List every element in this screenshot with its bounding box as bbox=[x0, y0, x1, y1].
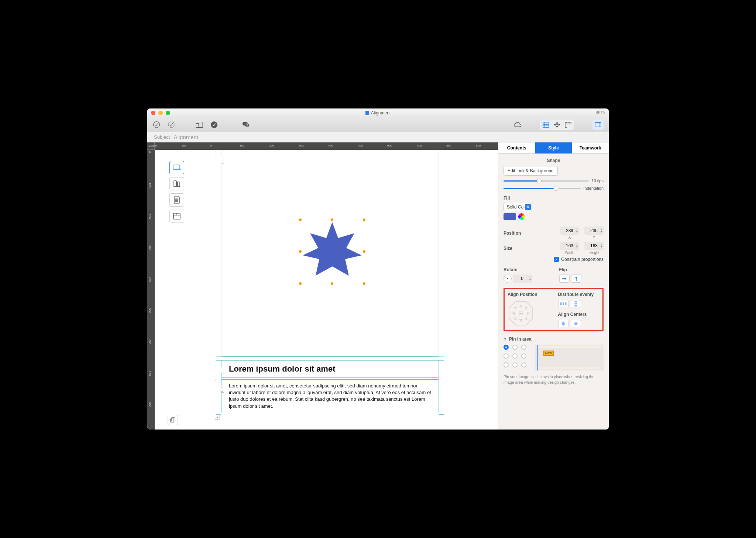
svg-rect-18 bbox=[174, 165, 180, 169]
tab-teamwork[interactable]: Teamwork bbox=[572, 142, 609, 154]
document-title-text: Alignment bbox=[371, 110, 391, 115]
pin-anchor-ne[interactable] bbox=[521, 345, 526, 350]
flip-horizontal-button[interactable] bbox=[559, 275, 570, 283]
main-split: -200 -200-100010020030040050060070080090… bbox=[147, 142, 609, 430]
color-picker-icon[interactable] bbox=[518, 213, 525, 220]
alignment-section-highlight: Align Position bbox=[504, 288, 604, 331]
ruler-panel-button[interactable] bbox=[563, 120, 573, 129]
align-position-label: Align Position bbox=[508, 292, 549, 297]
pin-anchor-n[interactable] bbox=[512, 345, 518, 350]
device-mobile-button[interactable] bbox=[169, 177, 184, 190]
subject-bar: Subject Alignment bbox=[147, 132, 609, 142]
indent-slider[interactable] bbox=[504, 188, 581, 189]
svg-rect-46 bbox=[575, 301, 577, 302]
position-x-input[interactable]: ▲▼ bbox=[560, 227, 579, 235]
subject-value[interactable]: Alignment bbox=[173, 134, 198, 140]
pin-section-toggle[interactable]: ▼ Pin in area bbox=[504, 337, 604, 342]
selection-handle[interactable] bbox=[299, 218, 302, 221]
rotate-input[interactable]: ▲▼ bbox=[513, 275, 532, 283]
tips-slider[interactable] bbox=[504, 180, 589, 182]
fill-color-swatch[interactable] bbox=[504, 213, 516, 220]
device-preview-icon[interactable] bbox=[195, 121, 203, 129]
size-h-input[interactable]: ▲▼ bbox=[584, 242, 604, 250]
dropdown-caret-icon: ⇅ bbox=[525, 204, 531, 210]
flip-vertical-button[interactable] bbox=[571, 275, 581, 283]
tab-contents[interactable]: Contents bbox=[498, 142, 535, 154]
selection-handle[interactable] bbox=[363, 218, 365, 221]
pin-anchor-se[interactable] bbox=[521, 362, 526, 368]
svg-rect-21 bbox=[174, 197, 179, 203]
selection-handle[interactable] bbox=[363, 250, 365, 253]
svg-rect-48 bbox=[575, 305, 577, 306]
close-window-icon[interactable] bbox=[151, 111, 155, 115]
svg-rect-31 bbox=[172, 418, 175, 421]
svg-point-34 bbox=[520, 313, 522, 314]
selection-handle[interactable] bbox=[363, 282, 365, 285]
send-test-icon[interactable] bbox=[167, 121, 175, 129]
ruler-horizontal[interactable]: -200-1000100200300400500600700800900 bbox=[155, 142, 498, 150]
disclosure-triangle-icon: ▼ bbox=[504, 337, 507, 341]
edit-link-bg-button[interactable]: Edit Link & Background bbox=[504, 166, 558, 176]
inspector-toggle-button[interactable] bbox=[592, 120, 604, 130]
align-panel-button[interactable] bbox=[552, 120, 562, 129]
selection-handle[interactable] bbox=[299, 282, 302, 285]
selection-handle[interactable] bbox=[331, 282, 333, 285]
device-browser-button[interactable] bbox=[169, 210, 184, 223]
ruler-vertical[interactable]: 0100200300400500600700800 bbox=[147, 150, 155, 430]
svg-rect-16 bbox=[595, 123, 601, 127]
chat-icon[interactable]: ✕ bbox=[242, 121, 250, 129]
position-y-input[interactable]: ▲▼ bbox=[584, 227, 604, 235]
constrain-checkbox[interactable]: ✓ Constrain proportions bbox=[504, 257, 604, 262]
pin-anchor-c[interactable] bbox=[512, 354, 518, 359]
cloud-icon[interactable] bbox=[513, 121, 522, 129]
pin-anchor-s[interactable] bbox=[512, 362, 518, 368]
minimize-window-icon[interactable] bbox=[158, 111, 163, 115]
svg-rect-9 bbox=[543, 125, 549, 127]
size-w-input[interactable]: ▲▼ bbox=[560, 242, 579, 250]
align-center-vertical-button[interactable] bbox=[571, 320, 581, 327]
svg-rect-8 bbox=[543, 122, 549, 124]
rotate-dial[interactable] bbox=[504, 275, 512, 283]
pin-anchor-sw[interactable] bbox=[504, 362, 509, 368]
layers-button[interactable] bbox=[168, 415, 178, 425]
send-mail-icon[interactable] bbox=[152, 121, 161, 129]
artboard[interactable] bbox=[221, 150, 439, 356]
guide-column bbox=[439, 360, 444, 415]
svg-marker-35 bbox=[519, 304, 523, 307]
distribute-vertical-button[interactable] bbox=[571, 300, 581, 307]
inspector-body: Shape Edit Link & Background 10 tips Ind… bbox=[498, 154, 609, 430]
collapse-handle-icon[interactable] bbox=[215, 415, 220, 420]
titlebar: Alignment BETA bbox=[147, 108, 609, 117]
align-position-control[interactable] bbox=[508, 300, 534, 327]
content-heading-block[interactable]: Lorem ipsum dolor sit amet bbox=[221, 360, 439, 378]
tips-slider-label: 10 tips bbox=[592, 179, 604, 183]
pin-anchor-e[interactable] bbox=[521, 354, 526, 359]
svg-rect-43 bbox=[560, 303, 561, 305]
selection-handle[interactable] bbox=[331, 218, 333, 221]
size-label: Size bbox=[504, 246, 555, 251]
device-laptop-button[interactable] bbox=[169, 161, 184, 174]
layout-panel-button[interactable] bbox=[541, 120, 551, 129]
device-text-button[interactable] bbox=[169, 193, 184, 207]
fill-mode-select[interactable]: Solid Color ⇅ bbox=[504, 203, 532, 211]
svg-rect-45 bbox=[565, 303, 566, 305]
content-body-block[interactable]: Lorem ipsum dolor sit amet, consetetur s… bbox=[221, 379, 439, 413]
w-sublabel: Width bbox=[560, 251, 579, 255]
star-shape[interactable] bbox=[301, 220, 364, 283]
pin-anchor-nw[interactable] bbox=[504, 345, 509, 350]
svg-marker-38 bbox=[527, 311, 530, 315]
tab-style[interactable]: Style bbox=[535, 142, 572, 154]
zoom-window-icon[interactable] bbox=[166, 111, 170, 115]
position-label: Position bbox=[504, 231, 555, 236]
pin-help-text: Pin your image, so it stays in place whe… bbox=[504, 374, 604, 385]
distribute-horizontal-button[interactable] bbox=[558, 300, 568, 307]
pin-anchor-w[interactable] bbox=[504, 354, 509, 359]
svg-marker-41 bbox=[514, 317, 517, 320]
check-icon[interactable] bbox=[210, 121, 218, 129]
canvas[interactable]: Lorem ipsum dolor sit amet Lorem ipsum d… bbox=[155, 150, 498, 430]
inspector-tabs: Contents Style Teamwork bbox=[498, 142, 609, 154]
selection-handle[interactable] bbox=[299, 250, 302, 253]
pin-anchor-grid[interactable] bbox=[504, 345, 528, 370]
align-center-horizontal-button[interactable] bbox=[558, 320, 568, 327]
guide-column bbox=[439, 150, 444, 356]
